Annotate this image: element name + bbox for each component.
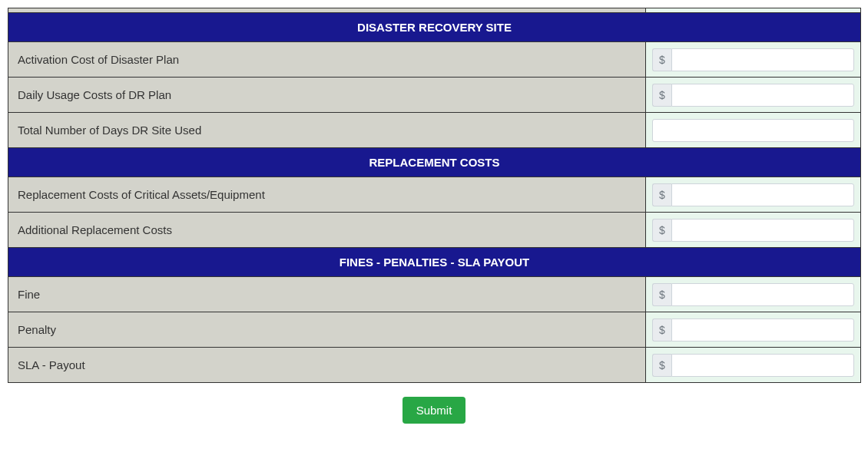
input-group: $ <box>652 283 854 306</box>
section-header-replacement: REPLACEMENT COSTS <box>8 148 861 177</box>
sla-payout-input[interactable] <box>671 354 854 377</box>
days-used-input[interactable] <box>652 119 854 142</box>
input-group: $ <box>652 84 854 107</box>
currency-prefix: $ <box>652 219 671 242</box>
input-group: $ <box>652 48 854 71</box>
currency-prefix: $ <box>652 354 671 377</box>
section-header-dr: DISASTER RECOVERY SITE <box>8 13 861 42</box>
row-input-cell: $ <box>646 277 861 312</box>
submit-button[interactable]: Submit <box>403 397 466 424</box>
row-input-cell: $ <box>646 42 861 78</box>
input-group: $ <box>652 183 854 206</box>
submit-wrap: Submit <box>8 397 860 424</box>
section-title: REPLACEMENT COSTS <box>8 148 861 177</box>
additional-replacement-input[interactable] <box>671 219 854 242</box>
table-row: Daily Usage Costs of DR Plan $ <box>8 78 861 113</box>
form-table: DISASTER RECOVERY SITE Activation Cost o… <box>8 8 860 424</box>
activation-cost-input[interactable] <box>671 48 854 71</box>
table-row: Replacement Costs of Critical Assets/Equ… <box>8 177 861 213</box>
currency-prefix: $ <box>652 48 671 71</box>
row-input-cell: $ <box>646 78 861 113</box>
currency-prefix: $ <box>652 283 671 306</box>
row-input-cell: $ <box>646 312 861 348</box>
table-row: Additional Replacement Costs $ <box>8 213 861 248</box>
input-group: $ <box>652 354 854 377</box>
currency-prefix: $ <box>652 318 671 342</box>
fine-input[interactable] <box>671 283 854 306</box>
row-label-additional: Additional Replacement Costs <box>8 213 646 248</box>
table-row: Activation Cost of Disaster Plan $ <box>8 42 861 78</box>
row-label-penalty: Penalty <box>8 312 646 348</box>
currency-prefix: $ <box>652 183 671 206</box>
row-label-critical: Replacement Costs of Critical Assets/Equ… <box>8 177 646 213</box>
table-row: Total Number of Days DR Site Used <box>8 113 861 148</box>
row-input-cell: $ <box>646 177 861 213</box>
row-label-sla: SLA - Payout <box>8 348 646 383</box>
table-row: Penalty $ <box>8 312 861 348</box>
input-group: $ <box>652 318 854 342</box>
row-input-cell: $ <box>646 348 861 383</box>
row-label-activation: Activation Cost of Disaster Plan <box>8 42 646 78</box>
critical-replacement-input[interactable] <box>671 183 854 206</box>
input-group: $ <box>652 219 854 242</box>
row-input-cell <box>646 113 861 148</box>
daily-usage-cost-input[interactable] <box>671 84 854 107</box>
table-row: SLA - Payout $ <box>8 348 861 383</box>
section-title: FINES - PENALTIES - SLA PAYOUT <box>8 248 861 277</box>
input-group <box>652 119 854 142</box>
currency-prefix: $ <box>652 84 671 107</box>
section-title: DISASTER RECOVERY SITE <box>8 13 861 42</box>
table-row: Fine $ <box>8 277 861 312</box>
row-label-days: Total Number of Days DR Site Used <box>8 113 646 148</box>
row-label-daily: Daily Usage Costs of DR Plan <box>8 78 646 113</box>
penalty-input[interactable] <box>671 318 854 342</box>
row-label-fine: Fine <box>8 277 646 312</box>
row-input-cell: $ <box>646 213 861 248</box>
section-header-fines: FINES - PENALTIES - SLA PAYOUT <box>8 248 861 277</box>
